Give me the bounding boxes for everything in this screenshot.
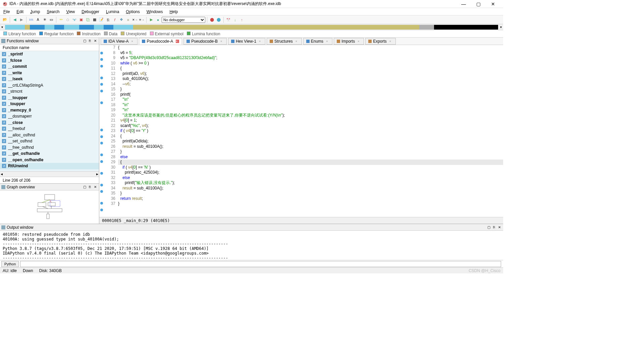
- tab-close-icon[interactable]: ×: [296, 40, 299, 43]
- nav-segment[interactable]: [64, 25, 79, 30]
- binary-icon[interactable]: 101: [28, 17, 34, 23]
- nav-segment[interactable]: [133, 25, 370, 30]
- xref-icon[interactable]: ✕→: [132, 17, 138, 23]
- panel-detach-icon[interactable]: ⎘: [492, 225, 496, 230]
- function-item[interactable]: f__toupper: [0, 95, 99, 101]
- code-line[interactable]: printf(asc_425034);: [118, 170, 503, 175]
- nav-segment[interactable]: [54, 25, 64, 30]
- code-line[interactable]: "\n": [118, 107, 503, 113]
- code-line[interactable]: }: [118, 149, 503, 155]
- breakpoint-dot[interactable]: [100, 129, 103, 131]
- code-line[interactable]: else: [118, 155, 503, 160]
- strings-icon[interactable]: "s": [71, 17, 77, 23]
- breakpoint-dot[interactable]: [100, 77, 103, 79]
- function-item[interactable]: f__alloc_osfhnd: [0, 132, 99, 138]
- function-item[interactable]: f__lseek: [0, 76, 99, 82]
- menu-jump[interactable]: Jump: [29, 9, 41, 15]
- code-line[interactable]: }: [118, 201, 503, 207]
- tab-close-icon[interactable]: ×: [220, 40, 224, 43]
- function-item[interactable]: f__open_osfhandle: [0, 157, 99, 163]
- enum-icon[interactable]: ≡: [125, 17, 131, 23]
- tab-close-icon[interactable]: ×: [389, 40, 393, 43]
- code-line[interactable]: v4[0] = 1;: [118, 118, 503, 123]
- menu-view[interactable]: View: [65, 9, 76, 15]
- function-item[interactable]: fRtlUnwind: [0, 163, 99, 169]
- breakpoint-dot[interactable]: [100, 135, 103, 138]
- python-input[interactable]: [20, 261, 501, 267]
- code-line[interactable]: {: [118, 45, 503, 50]
- bp-icon[interactable]: ⬤: [209, 17, 215, 23]
- panel-minimize-icon[interactable]: ▢: [82, 39, 87, 43]
- function-item[interactable]: f__dosmaperr: [0, 113, 99, 120]
- code-line[interactable]: result = sub_40100A();: [118, 144, 503, 149]
- functions-column-header[interactable]: Function name: [0, 44, 99, 51]
- xref2-icon[interactable]: ✳→: [139, 17, 145, 23]
- code-line[interactable]: v5 = "DBAPP{49d3c93df25caad81232130f3d2e…: [118, 55, 503, 61]
- breakpoint-dot[interactable]: [100, 101, 103, 104]
- breakpoint-dot[interactable]: [100, 83, 103, 86]
- menu-file[interactable]: File: [2, 9, 11, 15]
- nav-segment[interactable]: [79, 25, 94, 30]
- panel-detach-icon[interactable]: ⎘: [88, 39, 92, 43]
- breakpoint-dot[interactable]: [100, 202, 103, 205]
- function-item[interactable]: f__crtLCMapStringA: [0, 82, 99, 89]
- calc-icon[interactable]: ▦: [92, 17, 98, 23]
- nav-segment[interactable]: [30, 25, 45, 30]
- function-item[interactable]: f_toupper: [0, 101, 99, 107]
- func-icon[interactable]: f: [112, 17, 118, 23]
- pseudocode-view[interactable]: 7891011121314151617181920212223242526272…: [99, 45, 503, 217]
- tab-enums[interactable]: Enums×: [303, 38, 332, 45]
- breakpoint-dot[interactable]: [100, 142, 103, 144]
- tab-pseudocode-a[interactable]: Pseudocode-A×: [139, 38, 182, 45]
- breakpoint-dot[interactable]: [100, 90, 103, 92]
- tab-close-icon[interactable]: ×: [326, 40, 329, 43]
- debug-run-icon[interactable]: ▶: [148, 17, 154, 23]
- nav-segment[interactable]: [419, 25, 434, 30]
- breakpoint-dot[interactable]: [100, 190, 103, 193]
- goto-icon[interactable]: ▣: [78, 17, 84, 23]
- code-line[interactable]: --v6;: [118, 82, 503, 87]
- graph-overview-canvas[interactable]: [0, 190, 99, 224]
- function-item[interactable]: f__free_osfhnd: [0, 144, 99, 151]
- python-button[interactable]: Python: [1, 261, 19, 267]
- code-line[interactable]: scanf("%c", v4);: [118, 123, 503, 129]
- function-item[interactable]: f_strncnt: [0, 88, 99, 95]
- panel-close-icon[interactable]: ✕: [497, 225, 502, 230]
- panel-close-icon[interactable]: ✕: [93, 185, 98, 189]
- open-icon[interactable]: 📂: [2, 17, 8, 23]
- code-line[interactable]: printf(aOdIda);: [118, 139, 503, 144]
- script-icon[interactable]: ⎘: [105, 17, 111, 23]
- breakpoint-dot[interactable]: [100, 65, 103, 68]
- menu-edit[interactable]: Edit: [15, 9, 25, 15]
- tab-imports[interactable]: Imports×: [334, 38, 364, 45]
- nav-segment[interactable]: [5, 25, 25, 30]
- debugger-select[interactable]: No debugger: [162, 17, 205, 23]
- breakpoint-dot[interactable]: [100, 52, 103, 54]
- code-line[interactable]: if ( v4[0] == 'Y' ): [118, 128, 503, 134]
- breakpoint-dot[interactable]: [100, 209, 103, 211]
- breakpoint-dot[interactable]: [100, 154, 103, 156]
- breakpoint-dot[interactable]: [100, 184, 103, 186]
- hex-icon[interactable]: ⬡: [65, 17, 71, 23]
- tab-hex-view-1[interactable]: Hex View-1×: [228, 38, 265, 45]
- code-line[interactable]: "\n": [118, 97, 503, 102]
- output-text[interactable]: 401050: restored pseudocode from idb 401…: [0, 231, 503, 260]
- nav-segment[interactable]: [94, 25, 104, 30]
- function-item[interactable]: f__write: [0, 70, 99, 76]
- panel-minimize-icon[interactable]: ▢: [82, 185, 87, 189]
- item-icon[interactable]: ▭: [48, 17, 54, 23]
- functions-list[interactable]: f_sprintff_fclosef__commitf__writef__lse…: [0, 51, 99, 171]
- menu-debugger[interactable]: Debugger: [80, 9, 101, 15]
- function-item[interactable]: f__set_osfhnd: [0, 138, 99, 144]
- navigation-band[interactable]: ▾ ▾: [0, 24, 503, 30]
- tab-close-icon[interactable]: ×: [131, 40, 135, 43]
- code-line[interactable]: {: [118, 134, 503, 139]
- nav-segment[interactable]: [104, 25, 113, 30]
- breakpoint-dot[interactable]: [100, 172, 103, 175]
- breakpoint-dot[interactable]: [100, 160, 103, 163]
- panel-detach-icon[interactable]: ⎘: [88, 185, 92, 189]
- menu-lumina[interactable]: Lumina: [105, 9, 120, 15]
- graph-icon[interactable]: ⿻: [85, 17, 91, 23]
- back-icon[interactable]: ◀: [12, 17, 18, 23]
- nav-segment[interactable]: [370, 25, 419, 30]
